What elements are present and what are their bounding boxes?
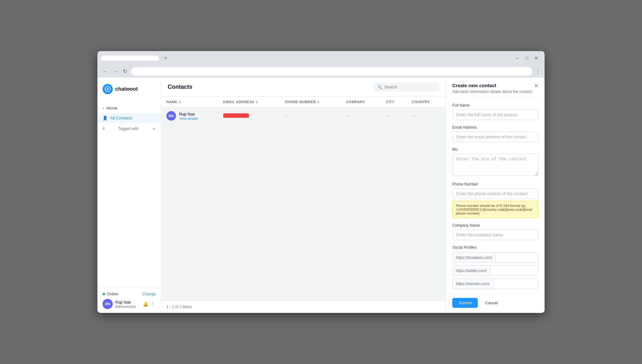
logo-icon xyxy=(103,84,113,94)
cell-company: --- xyxy=(341,107,381,125)
cell-name: RN Raji Nair View details xyxy=(161,107,218,125)
change-label[interactable]: Change xyxy=(142,292,156,296)
full-name-group: Full Name xyxy=(452,103,538,120)
cell-country: --- xyxy=(407,107,446,125)
create-contact-panel: Create new contact Add basic information… xyxy=(446,78,545,313)
social-profiles-label: Social Profiles xyxy=(452,245,538,250)
panel-body: Full Name Email Address Bio Phone Number… xyxy=(446,98,545,294)
user-role: Administrator xyxy=(115,305,140,308)
twitter-prefix: https://twitter.com/ xyxy=(453,266,490,276)
sidebar: chatwoot ‹ Home 👤 All Contacts # Tagged … xyxy=(97,78,161,313)
new-tab-button[interactable]: + xyxy=(161,54,170,63)
bio-input[interactable] xyxy=(452,154,538,176)
bio-group: Bio xyxy=(452,147,538,177)
col-city: CITY xyxy=(381,97,407,107)
company-group: Company Name xyxy=(452,223,538,240)
panel-title: Create new contact xyxy=(452,83,533,88)
user-actions: 🔔 ⋮ xyxy=(142,301,156,307)
sidebar-item-all-contacts[interactable]: 👤 All Contacts xyxy=(97,113,161,123)
logo-text: chatwoot xyxy=(115,86,138,92)
minimize-button[interactable]: ─ xyxy=(516,56,519,61)
user-info: Raji Nair Administrator xyxy=(115,300,140,308)
cell-city: --- xyxy=(381,107,407,125)
contact-name: Raji Nair xyxy=(179,112,198,117)
linkedin-input-group: https://linkedin.com/ xyxy=(452,278,538,289)
col-email[interactable]: EMAIL ADDRESS ⇕ xyxy=(218,97,280,107)
facebook-input-group: https://facebook.com/ xyxy=(452,252,538,263)
reload-button[interactable]: ↻ xyxy=(122,67,128,76)
col-country: COUNTRY xyxy=(407,97,446,107)
add-tag-button[interactable]: + xyxy=(152,125,156,132)
user-name: Raji Nair xyxy=(115,300,140,305)
pagination-text: 1 - 1 of 1 items xyxy=(166,305,192,309)
contact-avatar: RN xyxy=(166,111,176,121)
browser-tab[interactable] xyxy=(101,56,159,61)
email-group: Email Address xyxy=(452,125,538,142)
full-name-input[interactable] xyxy=(452,110,538,120)
contacts-table: NAME ⇕ EMAIL ADDRESS ⇕ PHONE NUMBER ⇕ xyxy=(161,97,446,300)
panel-footer: Submit Cancel xyxy=(446,294,545,313)
tagged-with-label: Tagged with xyxy=(118,126,139,131)
twitter-input-group: https://twitter.com/ xyxy=(452,265,538,276)
page-title: Contacts xyxy=(168,84,192,90)
sidebar-home-label: Home xyxy=(106,106,118,110)
maximize-button[interactable]: □ xyxy=(525,56,528,61)
full-name-label: Full Name xyxy=(452,103,538,108)
back-button[interactable]: ← xyxy=(101,67,109,76)
main-area: Contacts 🔍 NAME ⇕ xyxy=(161,78,446,313)
panel-header-text: Create new contact Add basic information… xyxy=(452,83,533,94)
status-dot xyxy=(103,293,105,295)
sort-email-icon: ⇕ xyxy=(256,100,258,104)
more-options-button[interactable]: ⋮ xyxy=(150,301,156,307)
sidebar-item-home[interactable]: ‹ Home xyxy=(97,103,161,113)
col-name[interactable]: NAME ⇕ xyxy=(161,97,218,107)
pagination: 1 - 1 of 1 items xyxy=(161,300,446,313)
chevron-left-icon: ‹ xyxy=(103,106,104,110)
col-phone[interactable]: PHONE NUMBER ⇕ xyxy=(280,97,341,107)
online-label: Online xyxy=(107,292,118,296)
view-details-link[interactable]: View details xyxy=(179,117,198,120)
contacts-list: NAME ⇕ EMAIL ADDRESS ⇕ PHONE NUMBER ⇕ xyxy=(161,97,446,125)
sidebar-contacts-label: All Contacts xyxy=(110,116,132,120)
social-profiles-group: Social Profiles https://facebook.com/ ht… xyxy=(452,245,538,289)
panel-close-button[interactable]: ✕ xyxy=(534,83,538,89)
hash-icon: # xyxy=(103,126,105,131)
forward-button[interactable]: → xyxy=(111,67,119,76)
sidebar-section-tagged: # Tagged with + xyxy=(97,123,161,134)
bio-label: Bio xyxy=(452,147,538,152)
close-window-button[interactable]: ✕ xyxy=(534,56,538,61)
cancel-button[interactable]: Cancel xyxy=(481,298,501,308)
search-box: 🔍 xyxy=(374,83,439,91)
phone-warning: Phone number should be of E.164 format e… xyxy=(452,201,538,218)
search-input[interactable] xyxy=(384,85,435,89)
cell-phone: --- xyxy=(280,107,341,125)
email-input[interactable] xyxy=(452,132,538,142)
linkedin-input[interactable] xyxy=(493,279,538,289)
facebook-input[interactable] xyxy=(496,253,538,262)
phone-input[interactable] xyxy=(452,188,538,199)
twitter-input[interactable] xyxy=(490,266,538,276)
company-label: Company Name xyxy=(452,223,538,228)
contacts-icon: 👤 xyxy=(103,116,108,120)
linkedin-prefix: https://linkedin.com/ xyxy=(453,279,493,289)
notification-button[interactable]: 🔔 xyxy=(142,301,149,307)
sort-name-icon: ⇕ xyxy=(179,100,181,104)
email-redacted xyxy=(223,113,249,118)
avatar: RN xyxy=(103,299,113,309)
sidebar-nav: ‹ Home 👤 All Contacts # Tagged with + xyxy=(97,101,161,288)
phone-label: Phone Number xyxy=(452,182,538,186)
sidebar-bottom: Online Change RN Raji Nair Administrator… xyxy=(97,288,161,313)
email-label: Email Address xyxy=(452,125,538,130)
company-input[interactable] xyxy=(452,230,538,240)
online-status: Online Change xyxy=(103,292,156,296)
table-row: RN Raji Nair View details xyxy=(161,107,446,125)
panel-subtitle: Add basic information details about the … xyxy=(452,89,533,94)
contacts-header: Contacts 🔍 xyxy=(161,78,446,97)
address-bar[interactable] xyxy=(131,67,532,76)
browser-menu-button[interactable]: ⋮ xyxy=(535,68,541,75)
facebook-prefix: https://facebook.com/ xyxy=(453,253,496,262)
sidebar-logo: chatwoot xyxy=(97,78,161,101)
submit-button[interactable]: Submit xyxy=(452,298,478,308)
cell-email xyxy=(218,107,280,125)
sort-phone-icon: ⇕ xyxy=(317,100,320,104)
